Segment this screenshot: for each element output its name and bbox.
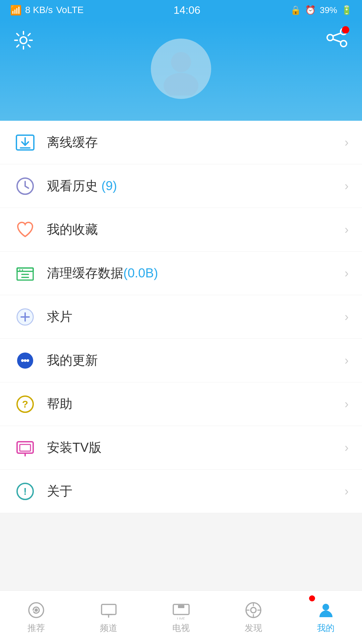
menu-list: 离线缓存 › 观看历史 (9) › 我的收藏 › bbox=[0, 121, 362, 513]
cache-label: 清理缓存数据(0.0B) bbox=[47, 265, 345, 282]
discover-icon bbox=[244, 601, 263, 620]
offline-chevron: › bbox=[345, 136, 349, 150]
svg-rect-36 bbox=[102, 604, 116, 614]
svg-point-35 bbox=[35, 608, 38, 612]
mine-icon bbox=[317, 601, 335, 620]
menu-item-updates[interactable]: 我的更新 › bbox=[0, 339, 362, 382]
nav-item-channel[interactable]: 频道 bbox=[72, 591, 145, 644]
battery-text: 39% bbox=[320, 5, 337, 15]
menu-item-history[interactable]: 观看历史 (9) › bbox=[0, 164, 362, 208]
request-icon bbox=[13, 305, 37, 329]
menu-item-tv[interactable]: 安装TV版 › bbox=[0, 426, 362, 470]
share-notification-dot bbox=[342, 26, 349, 34]
updates-icon bbox=[13, 349, 37, 372]
svg-rect-40 bbox=[178, 605, 184, 608]
avatar[interactable] bbox=[151, 39, 211, 99]
svg-text:LIVE: LIVE bbox=[177, 617, 185, 620]
about-icon: ! bbox=[13, 480, 37, 503]
offline-icon bbox=[13, 131, 37, 154]
menu-item-request[interactable]: 求片 › bbox=[0, 295, 362, 339]
battery-icon: 🔋 bbox=[341, 5, 352, 15]
updates-chevron: › bbox=[345, 354, 349, 368]
bottom-navigation: 推荐 频道 LIVE 电视 bbox=[0, 590, 362, 644]
svg-line-6 bbox=[333, 33, 341, 36]
history-count: (9) bbox=[102, 179, 117, 193]
history-chevron: › bbox=[345, 179, 349, 193]
favorites-label: 我的收藏 bbox=[47, 221, 345, 238]
svg-point-25 bbox=[26, 359, 29, 362]
menu-item-help[interactable]: ? 帮助 › bbox=[0, 382, 362, 426]
favorites-chevron: › bbox=[345, 223, 349, 237]
profile-header bbox=[0, 20, 362, 121]
history-icon bbox=[13, 174, 37, 198]
tv-nav-icon: LIVE bbox=[172, 601, 190, 620]
svg-point-1 bbox=[171, 52, 191, 72]
svg-rect-31 bbox=[20, 444, 31, 451]
tv-label: 安装TV版 bbox=[47, 439, 345, 456]
svg-point-5 bbox=[327, 35, 333, 41]
tv-icon bbox=[13, 436, 37, 460]
updates-label: 我的更新 bbox=[47, 352, 345, 369]
nav-item-tv[interactable]: LIVE 电视 bbox=[145, 591, 217, 644]
tv-nav-label: 电视 bbox=[172, 622, 190, 634]
cache-icon bbox=[13, 262, 37, 285]
lock-icon: 🔒 bbox=[290, 5, 301, 15]
offline-label: 离线缓存 bbox=[47, 134, 345, 151]
menu-item-offline[interactable]: 离线缓存 › bbox=[0, 121, 362, 164]
svg-line-7 bbox=[333, 39, 341, 42]
svg-text:?: ? bbox=[22, 398, 28, 410]
svg-point-2 bbox=[164, 73, 198, 96]
status-bar: 📶 8 KB/s VoLTE 14:06 🔒 ⏰ 39% 🔋 bbox=[0, 0, 362, 20]
about-label: 关于 bbox=[47, 483, 345, 500]
menu-item-about[interactable]: ! 关于 › bbox=[0, 470, 362, 513]
volte-text: VoLTE bbox=[56, 5, 83, 15]
request-chevron: › bbox=[345, 310, 349, 324]
menu-item-favorites[interactable]: 我的收藏 › bbox=[0, 208, 362, 252]
svg-point-0 bbox=[20, 37, 27, 44]
discover-label: 发现 bbox=[245, 622, 262, 634]
help-chevron: › bbox=[345, 397, 349, 411]
history-label: 观看历史 (9) bbox=[47, 177, 345, 195]
svg-point-4 bbox=[341, 41, 347, 47]
alarm-icon: ⏰ bbox=[305, 5, 316, 15]
svg-text:!: ! bbox=[23, 486, 27, 497]
menu-item-cache[interactable]: 清理缓存数据(0.0B) › bbox=[0, 252, 362, 295]
channel-label: 频道 bbox=[100, 622, 117, 634]
nav-item-recommend[interactable]: 推荐 bbox=[0, 591, 72, 644]
nav-item-mine[interactable]: 我的 bbox=[290, 591, 362, 644]
svg-point-48 bbox=[322, 604, 329, 610]
request-label: 求片 bbox=[47, 308, 345, 325]
status-right: 🔒 ⏰ 39% 🔋 bbox=[290, 5, 352, 15]
help-icon: ? bbox=[13, 392, 37, 416]
settings-button[interactable] bbox=[13, 30, 34, 50]
tv-chevron: › bbox=[345, 441, 349, 455]
cache-size: (0.0B) bbox=[123, 266, 158, 280]
recommend-icon bbox=[27, 601, 46, 620]
mine-notification-dot bbox=[309, 595, 315, 601]
time-display: 14:06 bbox=[174, 4, 200, 16]
channel-icon bbox=[100, 601, 118, 620]
speed-text: 8 KB/s bbox=[25, 5, 53, 15]
svg-point-43 bbox=[251, 607, 256, 613]
nav-item-discover[interactable]: 发现 bbox=[217, 591, 290, 644]
cache-chevron: › bbox=[345, 266, 349, 280]
status-left: 📶 8 KB/s VoLTE bbox=[10, 5, 83, 16]
svg-point-24 bbox=[24, 359, 26, 362]
favorites-icon bbox=[13, 218, 37, 241]
recommend-label: 推荐 bbox=[27, 622, 45, 634]
signal-icon: 📶 bbox=[10, 5, 22, 16]
about-chevron: › bbox=[345, 484, 349, 498]
svg-point-23 bbox=[21, 359, 24, 362]
help-label: 帮助 bbox=[47, 395, 345, 413]
mine-label: 我的 bbox=[317, 622, 335, 634]
